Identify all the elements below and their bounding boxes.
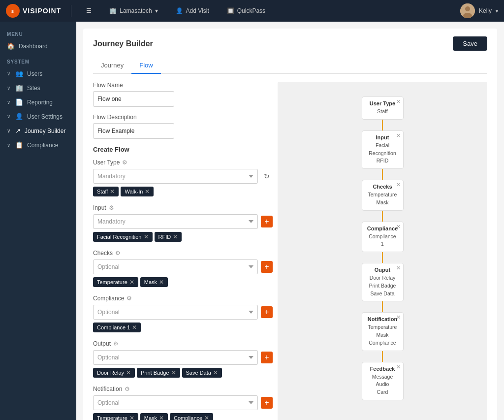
left-column: Flow Name Flow Description Create Flow U… [93,82,278,420]
sidebar-item-dashboard[interactable]: 🏠 Dashboard [0,39,76,53]
compliance-add-button[interactable]: + [261,306,273,318]
flow-node-checks-item-temp: Temperature [367,191,398,199]
logo-text: VISIPOINT [23,7,61,15]
sidebar-item-journey-builder[interactable]: ∨ ↗ Journey Builder [0,124,76,138]
page-title: Journey Builder [93,39,153,48]
tag-notif-compliance-remove[interactable]: ✕ [204,415,209,420]
hamburger-menu-button[interactable]: ☰ [81,5,96,16]
flow-node-checks-close[interactable]: ✕ [396,182,401,188]
tag-staff-remove[interactable]: ✕ [110,188,115,195]
svg-point-3 [465,6,470,11]
user-avatar [460,3,475,18]
connector-2 [382,169,383,180]
tag-facial: Facial Recognition ✕ [93,232,153,242]
tag-save-data-remove[interactable]: ✕ [213,369,218,376]
flow-diagram: ✕ User Type Staff ✕ Input Facial Recogni… [362,92,404,400]
app-wrapper: S VISIPOINT ☰ 🏢 Lamasatech ▾ 👤 Add Visit… [0,0,504,420]
flow-node-feedback-close[interactable]: ✕ [396,364,401,370]
tag-facial-remove[interactable]: ✕ [144,233,149,240]
connector-6 [382,351,383,362]
input-gear-icon[interactable]: ⚙ [109,204,114,211]
tag-compliance1-remove[interactable]: ✕ [132,324,137,331]
notification-select[interactable]: Optional Mandatory [93,395,258,410]
location-label: Lamasatech [120,7,152,14]
flow-name-group: Flow Name [93,82,273,107]
sidebar: MENU 🏠 Dashboard SYSTEM ∨ 👥 Users ∨ 🏢 Si… [0,22,76,420]
sidebar-item-label: Reporting [27,99,53,106]
create-flow-label: Create Flow [93,146,273,153]
checks-gear-icon[interactable]: ⚙ [115,250,121,257]
output-select[interactable]: Optional Mandatory [93,350,258,365]
user-type-gear-icon[interactable]: ⚙ [122,159,127,166]
logo: S VISIPOINT [6,4,61,18]
tag-mask-remove[interactable]: ✕ [159,279,164,286]
reporting-icon: 📄 [15,98,23,106]
checks-select[interactable]: Optional Mandatory [93,259,258,274]
compliance-label: Compliance ⚙ [93,295,273,302]
user-type-refresh-button[interactable]: ↻ [261,170,273,182]
flow-node-user-type-item-staff: Staff [367,108,398,116]
flow-node-output-close[interactable]: ✕ [396,265,401,271]
checks-add-button[interactable]: + [261,261,273,273]
sidebar-item-sites[interactable]: ∨ 🏢 Sites [0,81,76,95]
flow-desc-input[interactable] [93,123,174,139]
tag-print-badge-remove[interactable]: ✕ [171,369,176,376]
input-section: Input ⚙ Mandatory Optional + [93,204,273,242]
tag-temperature-remove[interactable]: ✕ [129,279,134,286]
output-label: Output ⚙ [93,340,273,347]
input-select[interactable]: Mandatory Optional [93,214,258,229]
tag-notif-mask: Mask ✕ [140,413,168,420]
tab-journey[interactable]: Journey [93,58,131,74]
tab-flow[interactable]: Flow [131,58,160,74]
tag-print-badge: Print Badge ✕ [137,368,180,378]
tag-staff: Staff ✕ [93,187,119,196]
add-visit-button[interactable]: 👤 Add Visit [171,5,214,16]
flow-node-user-type-close[interactable]: ✕ [396,98,401,105]
location-button[interactable]: 🏢 Lamasatech ▾ [104,5,162,16]
tag-rfid-remove[interactable]: ✕ [173,233,178,240]
flow-node-output: ✕ Ouput Door Relay Print Badge Save Data [362,263,404,301]
flow-node-user-type: ✕ User Type Staff [362,97,404,120]
flow-node-input-item-rfid: RFID [367,157,398,165]
save-button[interactable]: Save [453,36,487,51]
input-add-button[interactable]: + [261,216,273,227]
flow-node-user-type-title: User Type [367,100,398,106]
user-name-label[interactable]: Kelly [479,7,492,14]
flow-node-input-close[interactable]: ✕ [396,132,401,139]
sidebar-item-reporting[interactable]: ∨ 📄 Reporting [0,95,76,109]
main-area: MENU 🏠 Dashboard SYSTEM ∨ 👥 Users ∨ 🏢 Si… [0,22,504,420]
tag-door-relay-remove[interactable]: ✕ [126,369,131,376]
tag-walkin-remove[interactable]: ✕ [145,188,150,195]
add-visit-icon: 👤 [176,7,183,14]
flow-desc-group: Flow Description [93,114,273,139]
users-icon: 👥 [15,70,23,77]
notification-gear-icon[interactable]: ⚙ [125,386,130,392]
journey-builder-arrow-icon: ∨ [7,128,10,133]
tag-notif-temperature: Temperature ✕ [93,413,138,420]
output-add-button[interactable]: + [261,352,273,363]
flow-node-compliance-close[interactable]: ✕ [396,224,401,230]
hamburger-icon: ☰ [86,7,92,14]
output-tags: Door Relay ✕ Print Badge ✕ Save Data ✕ [93,368,273,378]
notification-label: Notification ⚙ [93,386,273,392]
flow-node-feedback-item-audio: Audio [367,381,398,388]
quickpass-button[interactable]: 🔲 QuickPass [222,5,270,16]
compliance-gear-icon[interactable]: ⚙ [126,295,132,302]
checks-row: Optional Mandatory + [93,259,273,274]
tag-notif-mask-remove[interactable]: ✕ [159,415,164,420]
sidebar-item-compliance[interactable]: ∨ 📋 Compliance [0,138,76,152]
flow-node-notification-close[interactable]: ✕ [396,314,401,321]
tag-notif-temperature-remove[interactable]: ✕ [129,415,134,420]
sidebar-item-users[interactable]: ∨ 👥 Users [0,66,76,81]
flow-name-input[interactable] [93,91,174,107]
user-type-select[interactable]: Mandatory Optional [93,169,258,184]
top-bar: S VISIPOINT ☰ 🏢 Lamasatech ▾ 👤 Add Visit… [0,0,504,22]
output-gear-icon[interactable]: ⚙ [113,340,119,347]
flow-node-notification-item-mask: Mask [367,331,398,339]
compliance-select[interactable]: Optional Mandatory [93,305,258,320]
notification-add-button[interactable]: + [261,397,273,409]
sidebar-item-label: Users [27,70,42,77]
checks-section: Checks ⚙ Optional Mandatory + [93,250,273,287]
sidebar-item-user-settings[interactable]: ∨ 👤 User Settings [0,109,76,124]
user-type-label: User Type ⚙ [93,159,273,166]
